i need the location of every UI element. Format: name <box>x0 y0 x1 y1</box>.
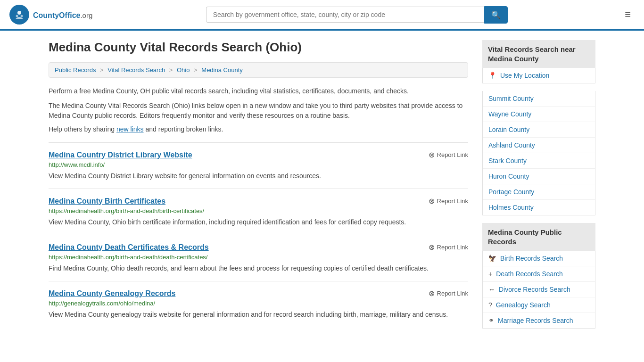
breadcrumb: Public Records > Vital Records Search > … <box>49 62 468 78</box>
sidebar-use-my-location[interactable]: 📍 Use My Location <box>483 68 595 83</box>
county-link-5[interactable]: Huron County <box>488 173 529 180</box>
record-icon-1: + <box>488 270 492 278</box>
record-icon-2: ↔ <box>488 286 495 293</box>
sidebar-item-county-2[interactable]: Lorain County <box>483 122 595 138</box>
sidebar-item-county-6[interactable]: Portage County <box>483 184 595 200</box>
report-link-0[interactable]: ⊗ Report Link <box>429 150 468 159</box>
sidebar-item-county-3[interactable]: Ashland County <box>483 138 595 153</box>
record-url-2: https://medinahealth.org/birth-and-death… <box>49 254 468 261</box>
record-icon-3: ? <box>488 301 492 309</box>
record-link-2[interactable]: Divorce Records Search <box>499 286 570 293</box>
sidebar-public-records-title: Medina County Public Records <box>482 223 595 251</box>
logo-area: CountyOffice.org <box>9 5 92 25</box>
report-link-3[interactable]: ⊗ Report Link <box>429 289 468 298</box>
record-icon-4: ⚭ <box>488 317 494 324</box>
county-link-6[interactable]: Portage County <box>488 188 534 196</box>
record-desc-1: View Medina County, Ohio birth certifica… <box>49 217 468 227</box>
sidebar-record-item-0[interactable]: 🦅 Birth Records Search <box>483 251 595 266</box>
svg-point-1 <box>17 11 21 15</box>
record-title-2[interactable]: Medina County Death Certificates & Recor… <box>49 243 209 252</box>
sidebar-counties-container: Summit CountyWayne CountyLorain CountyAs… <box>482 91 595 215</box>
breadcrumb-medina-county[interactable]: Medina County <box>201 66 242 74</box>
use-my-location-link[interactable]: Use My Location <box>500 72 549 79</box>
county-link-2[interactable]: Lorain County <box>488 126 529 133</box>
record-header-3: Medina County Genealogy Records ⊗ Report… <box>49 289 468 298</box>
record-header-0: Medina Country District Library Website … <box>49 150 468 159</box>
sidebar-item-county-5[interactable]: Huron County <box>483 169 595 184</box>
record-link-1[interactable]: Death Records Search <box>496 270 563 278</box>
page-title: Medina County Vital Records Search (Ohio… <box>49 40 468 55</box>
report-link-2[interactable]: ⊗ Report Link <box>429 243 468 252</box>
intro-paragraph-1: Perform a free Medina County, OH public … <box>49 86 468 96</box>
svg-point-3 <box>21 15 23 17</box>
sidebar-record-item-4[interactable]: ⚭ Marriage Records Search <box>483 313 595 328</box>
record-desc-2: Find Medina County, Ohio death records, … <box>49 263 468 273</box>
sidebar-nearby-list: 📍 Use My Location <box>482 68 595 83</box>
new-links-link[interactable]: new links <box>116 125 144 133</box>
sidebar-nearby-title: Vital Records Search near Medina County <box>482 40 595 68</box>
location-pin-icon: 📍 <box>488 72 496 79</box>
record-title-1[interactable]: Medina County Birth Certificates <box>49 197 165 206</box>
county-link-1[interactable]: Wayne County <box>488 110 531 118</box>
record-entry-0: Medina Country District Library Website … <box>49 142 468 189</box>
logo-text: CountyOffice.org <box>33 9 92 20</box>
intro-paragraph-2: The Medina County Vital Records Search (… <box>49 101 468 121</box>
record-entry-1: Medina County Birth Certificates ⊗ Repor… <box>49 189 468 235</box>
sidebar-county-list: Summit CountyWayne CountyLorain CountyAs… <box>482 91 595 215</box>
sidebar: Vital Records Search near Medina County … <box>482 40 595 336</box>
record-link-3[interactable]: Genealogy Search <box>496 301 551 309</box>
breadcrumb-vital-records[interactable]: Vital Records Search <box>107 66 165 74</box>
record-url-0: http://www.mcdl.info/ <box>49 161 468 168</box>
sidebar-item-county-1[interactable]: Wayne County <box>483 107 595 122</box>
record-url-1: https://medinahealth.org/birth-and-death… <box>49 207 468 214</box>
county-link-4[interactable]: Stark County <box>488 157 527 165</box>
breadcrumb-public-records[interactable]: Public Records <box>55 66 96 74</box>
search-button[interactable]: 🔍 <box>484 6 508 24</box>
record-header-1: Medina County Birth Certificates ⊗ Repor… <box>49 197 468 206</box>
sidebar-item-county-4[interactable]: Stark County <box>483 153 595 169</box>
county-link-7[interactable]: Holmes County <box>488 204 534 211</box>
site-header: CountyOffice.org 🔍 ≡ <box>0 0 644 31</box>
county-link-0[interactable]: Summit County <box>488 95 534 102</box>
logo-icon <box>9 5 29 25</box>
sidebar-record-item-1[interactable]: + Death Records Search <box>483 266 595 282</box>
record-header-2: Medina County Death Certificates & Recor… <box>49 243 468 252</box>
sidebar-record-item-3[interactable]: ? Genealogy Search <box>483 297 595 313</box>
record-link-4[interactable]: Marriage Records Search <box>498 317 573 324</box>
sidebar-item-county-7[interactable]: Holmes County <box>483 200 595 215</box>
record-url-3: http://genealogytrails.com/ohio/medina/ <box>49 300 468 307</box>
record-title-3[interactable]: Medina County Genealogy Records <box>49 289 175 298</box>
search-input[interactable] <box>206 7 484 23</box>
search-area: 🔍 <box>206 6 508 24</box>
record-entry-3: Medina County Genealogy Records ⊗ Report… <box>49 281 468 327</box>
report-icon-1: ⊗ <box>429 197 435 206</box>
report-icon-0: ⊗ <box>429 150 435 159</box>
sidebar-item-county-0[interactable]: Summit County <box>483 91 595 107</box>
report-link-1[interactable]: ⊗ Report Link <box>429 197 468 206</box>
sharing-text: Help others by sharing new links and rep… <box>49 125 468 133</box>
record-entry-2: Medina County Death Certificates & Recor… <box>49 235 468 281</box>
record-link-0[interactable]: Birth Records Search <box>500 255 563 262</box>
report-icon-2: ⊗ <box>429 243 435 252</box>
breadcrumb-ohio[interactable]: Ohio <box>177 66 190 74</box>
content-area: Medina County Vital Records Search (Ohio… <box>49 40 468 336</box>
record-desc-0: View Medina County District Library webs… <box>49 171 468 181</box>
report-icon-3: ⊗ <box>429 289 435 298</box>
svg-point-2 <box>16 15 18 17</box>
record-icon-0: 🦅 <box>488 255 496 262</box>
records-container: Medina Country District Library Website … <box>49 142 468 327</box>
sidebar-record-item-2[interactable]: ↔ Divorce Records Search <box>483 282 595 297</box>
hamburger-menu-icon[interactable]: ≡ <box>621 7 635 23</box>
record-title-0[interactable]: Medina Country District Library Website <box>49 151 192 159</box>
record-desc-3: View Medina County genealogy trails webs… <box>49 310 468 320</box>
main-container: Medina County Vital Records Search (Ohio… <box>39 31 605 346</box>
sidebar-public-records-list: 🦅 Birth Records Search + Death Records S… <box>482 251 595 329</box>
county-link-3[interactable]: Ashland County <box>488 141 535 149</box>
